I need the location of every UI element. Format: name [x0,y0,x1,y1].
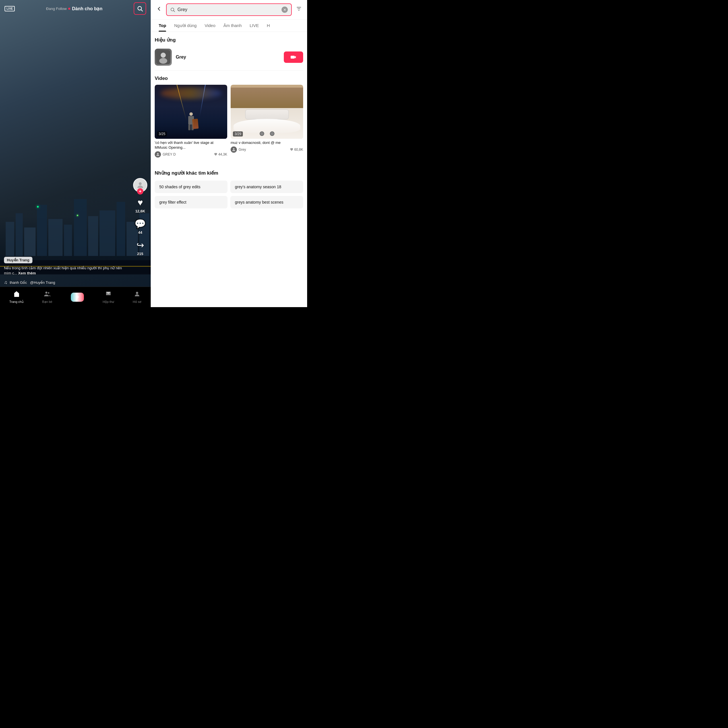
clear-search-button[interactable]: ✕ [281,6,288,13]
nav-inbox-label: Hộp thư [102,300,114,304]
svg-point-14 [157,153,158,154]
effect-thumb-image [155,49,172,66]
video-likes-2: 60,8K [290,148,303,151]
video-author-avatar-2 [231,147,237,153]
effect-thumbnail [155,49,172,66]
filter-button[interactable] [295,5,303,15]
tab-live[interactable]: LIVE [246,20,263,32]
top-bar-center: Đang Follow Dành cho bạn [46,6,102,11]
camera-record-icon [291,55,296,60]
video-card-2[interactable]: 3/29 muz v domacnosti, dont @ me Grey 60… [231,85,303,159]
record-button[interactable] [284,52,303,63]
tab-top[interactable]: Top [155,20,170,32]
svg-point-5 [136,292,138,294]
search-bar[interactable]: Grey ✕ [166,3,292,16]
username-bar: Huyền Trang [4,257,32,263]
share-icon: ↪ [136,240,144,251]
inbox-icon [105,291,112,299]
tab-am-thanh[interactable]: Âm thanh [220,20,246,32]
like-action[interactable]: ♥ 12,6K [135,197,145,213]
nav-profile[interactable]: Hồ sơ [133,291,142,304]
video-meta-2: Grey 60,8K [231,147,303,153]
search-content: Hiệu ứng Grey [151,32,307,307]
video-title-1: 'có hẹn với thanh xuân' live stage at MM… [155,141,227,150]
svg-point-13 [159,58,167,64]
nav-friends[interactable]: Bạn bè [42,291,52,304]
svg-point-2 [139,182,142,185]
video-thumb-2: 3/29 [231,85,303,139]
tab-nguoi-dung[interactable]: Người dùng [170,20,200,32]
svg-point-15 [233,148,234,150]
video-title-2: muz v domacnosti, dont @ me [231,141,303,145]
follow-plus-btn[interactable]: + [137,188,143,194]
effect-name-label: Grey [176,55,186,60]
hieu-ung-title: Hiệu ứng [155,32,303,46]
heart-small-icon [214,153,217,156]
effect-avatar-icon [156,50,170,64]
effect-info: Grey [155,49,186,66]
music-bar: ♫ thanh Gốc @Huyền Trang [4,280,134,285]
svg-point-3 [46,292,47,294]
home-icon [13,291,20,299]
bottom-nav: Trang chủ Bạn bè + Hộp thư Hồ sơ [0,287,151,307]
create-icon[interactable]: + [71,293,84,302]
suggestion-item-0[interactable]: 50 shades of grey edits [155,180,228,193]
nav-inbox[interactable]: Hộp thư [102,291,114,304]
like-count: 12,6K [135,209,145,213]
svg-line-7 [173,11,174,12]
search-icon [137,5,143,12]
see-more-btn[interactable]: Xem thêm [18,271,36,275]
video-info: Huyền Trang Nếu trong tình cảm đột nhiên… [0,257,131,276]
suggestion-item-3[interactable]: greys anatomy best scenes [230,196,303,208]
video-description: Nếu trong tình cảm đột nhiên xuất hiện q… [4,266,127,276]
suggestions-title: Những người khác tìm kiếm [155,165,303,179]
following-label: Đang Follow [46,6,67,11]
tab-h[interactable]: H [263,20,274,32]
video-card-info-1: 'có hẹn với thanh xuân' live stage at MM… [155,139,227,159]
video-author-2: Grey [239,148,246,151]
video-section-title: Video [155,70,303,85]
video-author-avatar-1 [155,151,161,158]
comment-icon: 💬 [135,219,146,229]
heart-small-icon-2 [290,148,294,151]
live-badge: LIVE [5,6,15,11]
nav-friends-label: Bạn bè [42,300,52,304]
effect-row: Grey [155,46,303,70]
video-thumb-1: 3/25 [155,85,227,139]
heart-icon: ♥ [138,197,143,208]
nav-profile-label: Hồ sơ [133,300,142,304]
video-author-1: GREY D [163,153,176,156]
nav-home[interactable]: Trang chủ [9,291,24,304]
friends-icon [44,291,50,299]
tab-video[interactable]: Video [200,20,219,32]
search-query-text: Grey [177,7,279,12]
right-panel: Grey ✕ Top Người dùng Video Âm thanh LIV… [151,0,307,307]
suggestion-item-2[interactable]: grey filter effect [155,196,228,208]
video-actions: + ♥ 12,6K 💬 44 ↪ 215 [133,178,147,256]
profile-icon [134,291,141,299]
video-grid: 3/25 'có hẹn với thanh xuân' live stage … [155,85,303,159]
left-panel: LIVE Đang Follow Dành cho bạn + [0,0,151,307]
back-button[interactable] [155,5,163,15]
video-card-1[interactable]: 3/25 'có hẹn với thanh xuân' live stage … [155,85,227,159]
suggestion-item-1[interactable]: grey's anatomy season 18 [230,180,303,193]
filter-icon [296,6,302,12]
svg-line-1 [141,10,142,11]
nav-create[interactable]: + [71,293,84,302]
svg-point-4 [48,292,49,294]
username-text: Huyền Trang [7,258,29,262]
top-bar: LIVE Đang Follow Dành cho bạn [0,0,151,17]
video-card-info-2: muz v domacnosti, dont @ me Grey 60,8K [231,139,303,154]
share-action[interactable]: ↪ 215 [136,240,144,256]
nav-home-label: Trang chủ [9,300,24,304]
video-timestamp-1: 3/25 [157,132,167,136]
suggestion-grid: 50 shades of grey edits grey's anatomy s… [155,180,303,208]
comment-action[interactable]: 💬 44 [135,219,146,235]
search-bar-icon [170,7,175,12]
creator-avatar-wrap[interactable]: + [133,178,147,192]
live-dot [68,8,70,10]
suggestions-section: Những người khác tìm kiếm 50 shades of g… [155,165,303,208]
search-button[interactable] [134,2,146,15]
video-likes-1: 44,3K [214,153,227,156]
comment-count: 44 [138,230,142,235]
